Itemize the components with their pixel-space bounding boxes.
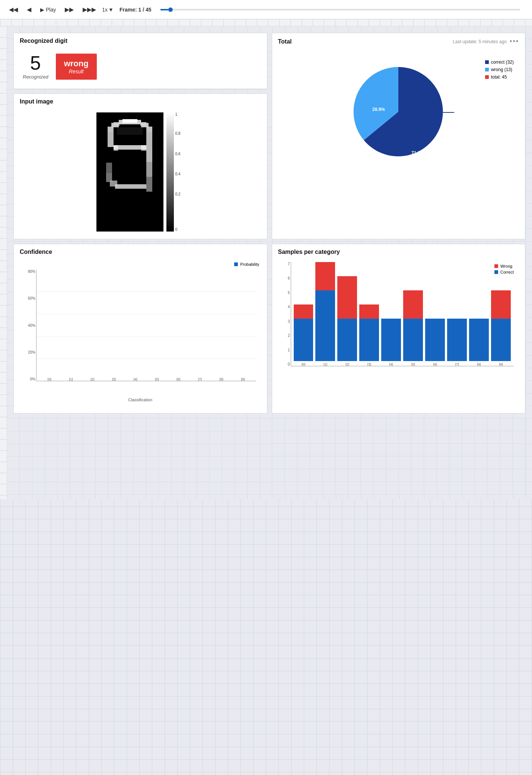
colorbar-label-08: 0.8	[175, 131, 181, 135]
input-panel-title: Input image	[14, 94, 267, 108]
total-panel: Total Last update: 5 minutes ago •••	[272, 33, 526, 239]
bar-3-wrong	[359, 304, 379, 319]
stacked-bar-0: [0]	[294, 262, 313, 366]
bar-4-correct	[381, 319, 401, 361]
stacked-bar-8: [8]	[469, 262, 489, 366]
stacked-bar-9-wrap	[491, 262, 511, 361]
stacked-bar-1-wrap	[315, 262, 335, 361]
pie-legend: correct (32) wrong (13) total: 45	[485, 60, 514, 80]
frame-label: Frame: 1 / 45	[120, 7, 152, 13]
next-frame-button[interactable]: ▶▶	[62, 4, 77, 15]
play-icon: ▶	[40, 7, 44, 13]
svg-rect-16	[106, 163, 112, 173]
bar-8-label: [8]	[220, 377, 223, 381]
stacked-bar-4-wrap	[381, 262, 401, 361]
last-update-text: Last update: 5 minutes ago	[453, 39, 507, 44]
playback-progress[interactable]	[160, 9, 520, 10]
y-label-60: 60%	[28, 296, 35, 300]
stacked-bar-4: [4]	[381, 262, 401, 366]
y-label-0: 0%	[30, 377, 35, 381]
pie-label-correct: 71.1%	[411, 150, 424, 156]
samples-per-category-panel: Samples per category Wrong Correct	[272, 244, 526, 414]
samples-panel-title: Samples per category	[272, 244, 525, 258]
badge-bottom-text: Result	[64, 68, 89, 74]
total-meta: Last update: 5 minutes ago •••	[453, 38, 519, 45]
bar-0-wrong	[294, 304, 313, 319]
y-axis	[36, 270, 36, 381]
y-labels: 80% 60% 40% 20% 0%	[21, 270, 35, 381]
pie-label-wrong: 28.9%	[372, 107, 385, 112]
bar-2-correct	[337, 319, 357, 361]
bar-5-wrong	[403, 290, 423, 319]
recognized-content: 5 Recognized wrong Result	[14, 47, 267, 89]
colorbar-label-02: 0.2	[175, 192, 181, 196]
stacked-y-0: 0	[288, 362, 290, 366]
stacked-bar-8-wrap	[469, 262, 489, 361]
stacked-bar-2-wrap	[337, 262, 357, 361]
legend-dot-total	[485, 75, 489, 79]
svg-rect-6	[117, 127, 143, 135]
y-label-20: 20%	[28, 350, 35, 354]
legend-label-correct: correct (32)	[491, 60, 514, 65]
legend-dot-correct	[485, 60, 489, 64]
svg-rect-13	[115, 184, 146, 189]
stacked-bar-3: [3]	[359, 262, 379, 366]
empty-bottom-panel	[272, 418, 526, 492]
bar-4: [4]	[127, 376, 144, 381]
svg-rect-15	[106, 173, 112, 182]
confidence-legend: Probability	[21, 262, 259, 267]
svg-rect-21	[122, 119, 137, 123]
probability-legend-label: Probability	[240, 262, 259, 267]
bar-9-correct	[491, 319, 511, 361]
bar-4-label: [4]	[134, 377, 137, 381]
stacked-bar-7-wrap	[447, 262, 467, 361]
bar-9-wrong	[491, 290, 511, 319]
bar-3-label: [3]	[112, 377, 116, 381]
prev-frame-button[interactable]: ◀	[24, 4, 34, 15]
digit-display: 5 Recognized	[23, 53, 48, 80]
colorbar-label-04: 0.4	[175, 172, 181, 176]
stacked-bar-0-wrap	[294, 262, 313, 361]
stacked-bar-2: [2]	[337, 262, 357, 366]
bar-8: [8]	[213, 376, 230, 381]
bar-7-label: [7]	[198, 377, 202, 381]
svg-rect-11	[146, 162, 152, 177]
bar-9: [9]	[234, 376, 252, 381]
total-panel-title: Total	[278, 38, 292, 45]
play-button[interactable]: ▶ Play	[37, 5, 59, 14]
recognized-digit: 5	[30, 53, 41, 73]
bar-1: [1]	[62, 376, 80, 381]
speed-selector[interactable]: 1x ▼	[102, 7, 114, 13]
stacked-bar-6-wrap	[425, 262, 445, 361]
stacked-y-axis	[291, 262, 291, 366]
colorbar-labels-container: 1 0.8 0.6 0.4 0.2 0	[174, 112, 184, 232]
colorbar-label-1: 1	[175, 112, 178, 117]
canvas: Recognized digit 5 Recognized wrong Resu…	[7, 26, 532, 499]
bar-6: [6]	[170, 376, 188, 381]
confidence-chart-area: 80% 60% 40% 20% 0% [0] [1]	[21, 270, 259, 396]
ruler-vertical	[0, 26, 7, 499]
svg-rect-8	[146, 138, 152, 147]
toolbar: ◀◀ ◀ ▶ Play ▶▶ ▶▶▶ 1x ▼ Frame: 1 / 45	[0, 0, 532, 19]
bar-0-correct	[294, 319, 313, 361]
stacked-y-2: 2	[288, 334, 290, 338]
legend-item-correct: correct (32)	[485, 60, 514, 65]
x-axis-title: Classification	[21, 398, 259, 402]
more-options-button[interactable]: •••	[510, 38, 519, 45]
skip-start-button[interactable]: ◀◀	[6, 4, 21, 15]
skip-end-button[interactable]: ▶▶▶	[80, 4, 99, 15]
bar-5-label: [5]	[155, 377, 159, 381]
bar-8-correct	[469, 319, 489, 361]
bar-5-correct	[403, 319, 423, 361]
svg-rect-19	[108, 127, 113, 132]
legend-label-total: total: 45	[491, 74, 507, 80]
bar-7: [7]	[191, 376, 209, 381]
stacked-y-3: 3	[288, 319, 290, 323]
bar-5: [5]	[148, 376, 166, 381]
wrong-result-badge: wrong Result	[56, 54, 97, 80]
stacked-y-4: 4	[288, 305, 290, 309]
colorbar	[166, 112, 174, 232]
bar-0-label: [0]	[48, 377, 51, 381]
progress-thumb[interactable]	[168, 7, 173, 12]
bar-9-label: [9]	[241, 377, 245, 381]
